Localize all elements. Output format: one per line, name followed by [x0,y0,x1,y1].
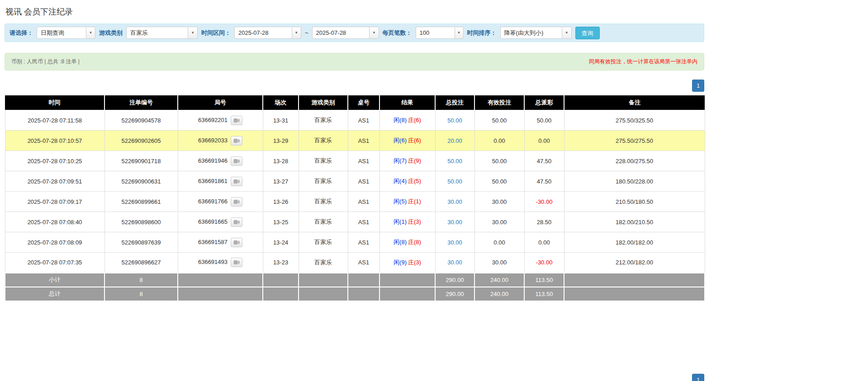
cell-game-type: 百家乐 [299,232,348,253]
round-number: 636691665 [198,218,228,225]
search-button[interactable]: 查询 [575,27,600,39]
game-type-label: 游戏类别 [99,29,123,37]
total-bet-link[interactable]: 50.00 [447,178,462,185]
total-bet-link[interactable]: 50.00 [447,117,462,124]
cell-table-no: AS1 [348,253,379,273]
grand-total-valid-bet: 240.00 [474,287,524,301]
subtotal-label: 小计 [5,273,104,287]
cell-valid-bet: 30.00 [474,192,524,212]
video-replay-icon[interactable] [231,197,242,207]
total-bet-link[interactable]: 30.00 [447,239,462,246]
round-number: 636691766 [198,198,228,204]
video-replay-icon[interactable] [231,217,242,227]
cell-session: 13-27 [263,171,299,192]
video-replay-icon[interactable] [231,177,242,186]
chevron-down-icon[interactable]: ▼ [188,27,198,39]
summary-bar: 币别 : 人民币 | 总共 :8 注单 | 同局有效投注，统一计算在该局第一张注… [5,53,704,71]
bet-records-table: 时间 注单编号 局号 场次 游戏类别 桌号 结果 总投注 有效投注 总派彩 备注… [5,95,705,301]
cell-game-type: 百家乐 [299,151,348,171]
header-time: 时间 [5,95,104,110]
cell-table-no: AS1 [348,131,379,151]
cell-bet-id: 522690899661 [104,192,178,212]
page-size-input[interactable] [416,27,455,39]
cell-total-bet: 30.00 [435,253,474,273]
cell-note: 180.50/228.00 [564,171,705,192]
chevron-down-icon[interactable]: ▼ [292,27,301,39]
header-table-no: 桌号 [348,95,379,110]
cell-valid-bet: 50.00 [474,171,524,192]
sort-order-combo: ▼ [500,27,572,39]
pagination-top: 1 [5,80,704,92]
result-banker: 庄(6) [408,137,421,144]
video-replay-icon[interactable] [231,238,242,247]
video-replay-icon[interactable] [231,136,242,146]
grand-total-row: 总计 8 290.00 240.00 113.50 [5,287,705,301]
page-size-combo: ▼ [416,27,464,39]
video-replay-icon[interactable] [231,156,242,166]
game-type-combo: ▼ [126,27,198,39]
cell-round: 636691946 [178,151,263,171]
grand-total-total-bet: 290.00 [435,287,474,301]
total-bet-link[interactable]: 30.00 [447,259,462,266]
header-bet-id: 注单编号 [104,95,178,110]
cell-bet-id: 522690896627 [104,253,178,273]
table-row-highlighted: 2025-07-28 07:10:57 522690902605 6366920… [5,131,705,151]
total-bet-link[interactable]: 20.00 [447,137,462,144]
cell-bet-id: 522690901718 [104,151,178,171]
video-replay-icon[interactable] [231,116,242,125]
result-banker: 庄(5) [408,178,421,184]
total-bet-link[interactable]: 30.00 [447,198,462,205]
chevron-down-icon[interactable]: ▼ [562,27,572,39]
chevron-down-icon[interactable]: ▼ [370,27,379,39]
chevron-down-icon[interactable]: ▼ [455,27,464,39]
total-bet-link[interactable]: 50.00 [447,158,462,165]
cell-total-bet: 50.00 [435,151,474,171]
sort-order-input[interactable] [500,27,562,39]
select-type-input[interactable] [37,27,86,39]
total-bet-link[interactable]: 30.00 [447,219,462,226]
select-type-combo: ▼ [37,27,95,39]
cell-note: 228.00/275.50 [564,151,705,171]
date-from-input[interactable] [234,27,292,39]
cell-session: 13-29 [263,131,299,151]
cell-payout: 47.50 [524,151,564,171]
cell-round: 636691587 [178,232,263,253]
table-row: 2025-07-28 07:07:35 522690896627 6366914… [5,253,705,273]
pagination-page-1[interactable]: 1 [692,80,704,92]
result-player: 闲(8) [394,239,407,245]
cell-result: 闲(4)庄(5) [379,171,435,192]
cell-session: 13-25 [263,212,299,232]
select-type-label: 请选择： [9,29,33,37]
cell-time: 2025-07-28 07:09:51 [5,171,104,192]
cell-session: 13-28 [263,151,299,171]
cell-session: 13-26 [263,192,299,212]
round-number: 636692033 [198,136,228,143]
currency-total-text: 币别 : 人民币 | 总共 :8 注单 | [11,58,80,66]
chevron-down-icon[interactable]: ▼ [86,27,95,39]
cell-result: 闲(8)庄(8) [379,232,435,253]
cell-payout: 50.00 [524,110,564,131]
game-type-input[interactable] [126,27,188,39]
cell-result: 闲(1)庄(3) [379,212,435,232]
video-replay-icon[interactable] [231,258,242,267]
time-range-label: 时间区间： [201,29,231,37]
table-row: 2025-07-28 07:10:25 522690901718 6366919… [5,151,705,171]
cell-table-no: AS1 [348,192,379,212]
result-player: 闲(9) [394,259,407,266]
date-to-input[interactable] [312,27,370,39]
table-header-row: 时间 注单编号 局号 场次 游戏类别 桌号 结果 总投注 有效投注 总派彩 备注 [5,95,705,110]
cell-note: 275.50/275.50 [564,131,705,151]
cell-valid-bet: 50.00 [474,110,524,131]
header-round: 局号 [178,95,263,110]
cell-bet-id: 522690904578 [104,110,178,131]
result-player: 闲(7) [394,157,407,164]
cell-result: 闲(8)庄(6) [379,110,435,131]
valid-bet-notice: 同局有效投注，统一计算在该局第一张注单内 [589,58,697,66]
result-banker: 庄(3) [408,218,421,225]
result-player: 闲(6) [394,137,407,144]
pagination-page-1[interactable]: 1 [692,374,704,381]
cell-game-type: 百家乐 [299,131,348,151]
header-payout: 总派彩 [524,95,564,110]
subtotal-payout: 113.50 [524,273,564,287]
cell-payout: 28.50 [524,212,564,232]
